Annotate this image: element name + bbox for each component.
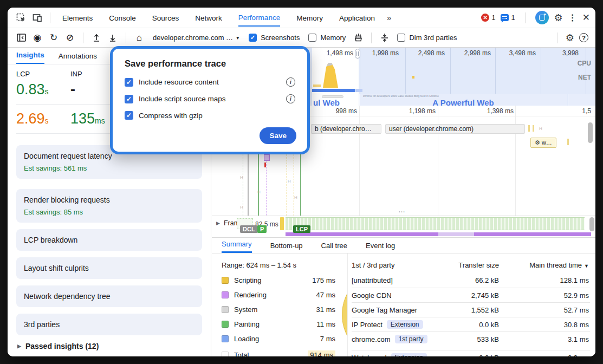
- col-party[interactable]: 1st / 3rd party: [352, 261, 394, 269]
- inp-header: INP: [70, 70, 82, 78]
- checkbox-checked-icon[interactable]: ✓: [125, 95, 133, 103]
- error-badge[interactable]: ✕ 1: [481, 14, 495, 22]
- table-row[interactable]: [unattributed] 66.2 kB 128.1 ms: [352, 273, 590, 288]
- tab-event-log[interactable]: Event log: [366, 242, 395, 253]
- insight-render-blocking-requests[interactable]: Render blocking requests Est savings: 85…: [16, 189, 202, 223]
- inp-local-value: -: [70, 81, 75, 98]
- settings-gear-icon[interactable]: ⚙: [554, 12, 563, 24]
- insight-3rd-parties[interactable]: 3rd parties: [16, 314, 202, 335]
- tab-network[interactable]: Network: [195, 9, 222, 26]
- selection-right-handle[interactable]: [355, 49, 360, 58]
- details-tabbar: Summary Bottom-up Call tree Event log: [212, 237, 595, 253]
- col-main-thread-time[interactable]: Main thread time▼: [524, 261, 589, 269]
- tab-elements[interactable]: Elements: [62, 9, 93, 26]
- checkbox-checked-icon[interactable]: ✓: [125, 111, 133, 120]
- tiny-event: [567, 139, 569, 145]
- record-button[interactable]: ◉: [31, 31, 44, 44]
- device-toolbar-icon[interactable]: [31, 12, 43, 24]
- scrollbar-thumb[interactable]: [588, 122, 593, 143]
- insight-lcp-breakdown[interactable]: LCP breakdown: [16, 229, 202, 251]
- filmstrip-thumbnail[interactable]: chrome for developers Docs Case studies …: [359, 94, 567, 106]
- ruler-tick: 1,5: [548, 107, 591, 115]
- cpu-blip: [412, 76, 414, 79]
- tab-summary[interactable]: Summary: [222, 240, 252, 253]
- resize-ellipsis[interactable]: …: [398, 206, 406, 214]
- col-transfer-size[interactable]: Transfer size: [434, 261, 499, 269]
- third-party-table: 1st / 3rd party Transfer size Main threa…: [348, 253, 595, 356]
- passed-insights-toggle[interactable]: ▶ Passed insights (12): [17, 342, 201, 350]
- frames-strip[interactable]: [286, 217, 585, 230]
- tab-annotations[interactable]: Annotations: [59, 52, 97, 64]
- tab-sources[interactable]: Sources: [152, 9, 179, 26]
- info-icon[interactable]: i: [286, 77, 295, 87]
- insight-network-dependency-tree[interactable]: Network dependency tree: [16, 285, 202, 307]
- track-event[interactable]: b (developer.chro…: [311, 124, 381, 134]
- screenshots-checkbox[interactable]: ✓ Screenshots: [249, 34, 300, 42]
- color-swatch: [222, 352, 229, 357]
- page-selector-dropdown[interactable]: developer.chrome.com … ▾: [153, 34, 239, 42]
- save-profile-icon[interactable]: [106, 31, 119, 44]
- tab-console[interactable]: Console: [109, 9, 136, 26]
- thumbnail-text: ul Web: [312, 98, 358, 106]
- sparkle-icon: ✦: [543, 12, 547, 17]
- overview-tick: 3,498 ms: [498, 49, 536, 57]
- load-profile-icon[interactable]: [90, 31, 103, 44]
- table-row[interactable]: Google Tag Manager 1,552 kB 52.7 ms: [352, 302, 590, 317]
- overview-tick: 3,998: [541, 49, 579, 57]
- tab-bottom-up[interactable]: Bottom-up: [270, 242, 303, 253]
- save-button[interactable]: Save: [260, 127, 296, 144]
- collect-garbage-icon[interactable]: [352, 31, 365, 44]
- help-icon[interactable]: ?: [579, 33, 588, 42]
- insight-layout-shift-culprits[interactable]: Layout shift culprits: [16, 257, 202, 279]
- capture-settings-gear-icon[interactable]: ⚙: [566, 32, 574, 44]
- track-event[interactable]: user (developer.chrome.com): [385, 124, 525, 134]
- checkbox-checked-icon: ✓: [249, 34, 257, 42]
- reload-record-button[interactable]: ↻: [47, 31, 60, 44]
- kebab-menu-icon[interactable]: ⋮: [568, 12, 577, 23]
- collapse-flame-icon[interactable]: [378, 31, 391, 44]
- dim-3rd-parties-label: Dim 3rd parties: [409, 34, 457, 42]
- table-row[interactable]: Watchword Extension 0.0 kB 0.9 ms: [352, 350, 590, 356]
- home-icon[interactable]: ⌂: [133, 31, 146, 44]
- checkbox-checked-icon[interactable]: ✓: [125, 78, 133, 87]
- tab-performance[interactable]: Performance: [238, 9, 280, 27]
- option-include-resource-content[interactable]: ✓ Include resource content i: [125, 77, 295, 87]
- tab-call-tree[interactable]: Call tree: [321, 242, 347, 253]
- dcl-badge[interactable]: DCL: [240, 225, 258, 233]
- flame-event[interactable]: [264, 154, 270, 161]
- extension-badge: Extension: [387, 320, 423, 329]
- clear-button[interactable]: ⊘: [63, 31, 76, 44]
- tab-insights[interactable]: Insights: [16, 51, 44, 64]
- close-icon[interactable]: ✕: [582, 12, 590, 23]
- table-row[interactable]: Google CDN 2,745 kB 52.9 ms: [352, 288, 590, 302]
- filmstrip-thumbnail[interactable]: ul Web: [312, 94, 358, 106]
- paint-badge[interactable]: P: [257, 225, 267, 233]
- frame-partial[interactable]: [280, 217, 284, 230]
- table-row[interactable]: chrome.com 1st party 533 kB 3.1 ms: [352, 332, 590, 346]
- activity-pie-chart: [342, 269, 348, 356]
- table-row[interactable]: IP Protect Extension 0.0 kB 30.8 ms: [352, 317, 590, 332]
- toggle-sidebar-icon[interactable]: [15, 31, 28, 44]
- option-include-script-source-maps[interactable]: ✓ Include script source maps i: [125, 94, 295, 103]
- scrollbar-thumb[interactable]: [589, 217, 594, 231]
- ruler-tick: 1,398 ms: [470, 107, 514, 115]
- lcp-badge[interactable]: LCP: [293, 225, 310, 233]
- issues-badge[interactable]: 1: [501, 14, 515, 22]
- tab-memory[interactable]: Memory: [296, 9, 323, 26]
- dim-3rd-parties-checkbox[interactable]: Dim 3rd parties: [397, 34, 457, 42]
- track-chip[interactable]: ⚙ w…: [530, 138, 556, 148]
- filmstrip-thumbnail[interactable]: [568, 94, 595, 106]
- first-party-badge: 1st party: [395, 335, 427, 343]
- inspect-element-icon[interactable]: [15, 12, 27, 24]
- net-activity-bar: [312, 89, 355, 92]
- legend-row-rendering: Rendering 47 ms: [222, 289, 335, 301]
- memory-checkbox[interactable]: Memory: [308, 34, 346, 42]
- screenshots-label: Screenshots: [261, 34, 300, 42]
- option-compress-with-gzip[interactable]: ✓ Compress with gzip: [125, 111, 295, 120]
- tab-application[interactable]: Application: [339, 9, 375, 26]
- more-tabs-icon[interactable]: »: [387, 13, 390, 22]
- info-icon[interactable]: i: [286, 94, 295, 103]
- color-swatch: [222, 277, 229, 284]
- tiny-event: [533, 125, 534, 132]
- ai-assistant-button[interactable]: ✦: [535, 11, 549, 24]
